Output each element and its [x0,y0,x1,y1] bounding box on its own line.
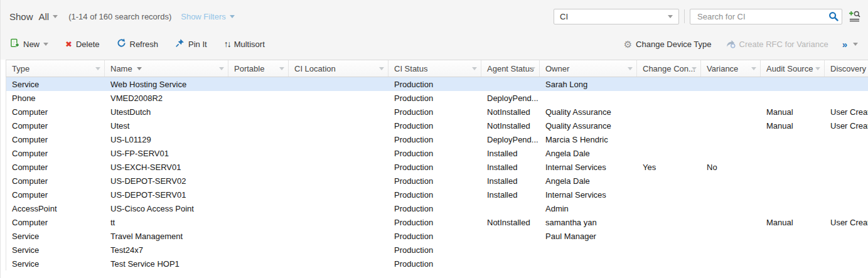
table-row[interactable]: AccessPointUS-Cisco Access PointProducti… [6,201,868,215]
column-header-variance[interactable]: Variance [701,60,761,77]
record-count: (1-14 of 160 search records) [68,12,171,21]
column-header-discovery[interactable]: Discovery [825,60,868,77]
table-row[interactable]: ServiceTest Service HOP1Production [6,257,868,270]
table-cell: Manual [761,105,825,119]
table-cell [289,160,388,174]
grid-body: ServiceWeb Hosting ServiceProductionSara… [6,77,868,270]
table-row[interactable]: ServiceTravel ManagementProductionPaul M… [6,229,868,243]
column-header-change-con[interactable]: Change Con... [637,60,701,77]
table-cell [701,91,761,105]
column-header-owner[interactable]: Owner [540,60,637,77]
table-cell: NotInstalled [481,105,540,119]
table-cell [481,229,540,243]
table-row[interactable]: ComputerUS-FP-SERV01ProductionInstalledA… [6,146,868,160]
new-button[interactable]: New [10,38,48,50]
chevron-down-icon[interactable] [853,43,858,46]
multisort-button[interactable]: ↑↓ Multisort [224,40,265,49]
table-cell [637,77,701,91]
table-cell: NotInstalled [481,215,540,229]
top-section: Show All (1-14 of 160 search records) Sh… [1,0,868,60]
table-row[interactable]: PhoneVMED2008R2ProductionDeployPend... [6,91,868,105]
refresh-button[interactable]: Refresh [117,38,159,50]
table-row[interactable]: ComputerUS-DEPOT-SERV01ProductionInstall… [6,188,868,201]
table-cell: DeployPend... [481,91,540,105]
toolbar: New ✖ Delete Refresh [1,33,868,55]
table-cell: Installed [481,160,540,174]
search-icon[interactable] [828,11,839,21]
table-cell: Production [388,229,481,243]
column-header-type[interactable]: Type [6,60,105,77]
table-cell: US-Cisco Access Point [105,201,228,215]
filter-icon[interactable] [692,67,697,70]
column-label: CI Location [294,64,336,73]
table-cell: Service [6,257,105,270]
filter-icon[interactable] [628,67,633,70]
entity-type-select[interactable]: CI [554,9,679,24]
table-cell [540,243,637,257]
column-header-portable[interactable]: Portable [228,60,289,77]
table-cell [701,229,761,243]
table-cell [701,201,761,215]
column-header-audit-source[interactable]: Audit Source [761,60,825,77]
table-cell [481,201,540,215]
table-cell: User Creat... [825,215,868,229]
table-cell [825,146,868,160]
table-cell [701,132,761,146]
table-row[interactable]: ServiceTest24x7Production [6,243,868,257]
filter-icon[interactable] [279,67,284,70]
table-cell [761,188,825,201]
table-row[interactable]: ComputerUS-L01129ProductionDeployPend...… [6,132,868,146]
pin-it-button[interactable]: Pin It [175,38,207,50]
column-label: Discovery [830,64,866,73]
column-header-ci-status[interactable]: CI Status [388,60,481,77]
show-filters-link[interactable]: Show Filters [181,12,235,21]
table-cell [637,174,701,188]
create-rfc-button[interactable]: Create RFC for Variance [726,38,828,50]
table-cell [289,174,388,188]
table-cell [825,188,868,201]
table-cell: Internal Services [540,160,637,174]
table-cell [825,229,868,243]
table-cell [701,215,761,229]
delete-button[interactable]: ✖ Delete [65,40,99,49]
new-label: New [23,40,40,49]
table-cell [637,257,701,270]
table-cell: Computer [6,132,105,146]
table-row[interactable]: ComputerUS-DEPOT-SERV02ProductionInstall… [6,174,868,188]
table-cell [289,119,388,132]
toolbar-overflow-button[interactable]: » [842,40,847,49]
table-cell: Computer [6,160,105,174]
table-cell [701,146,761,160]
show-label: Show [9,11,33,22]
table-row[interactable]: ComputerUS-EXCH-SERV01ProductionInstalle… [6,160,868,174]
show-all-dropdown[interactable]: All [39,11,58,22]
filter-icon[interactable] [472,67,477,70]
filter-icon[interactable] [95,67,100,70]
column-header-ci-location[interactable]: CI Location [289,60,388,77]
filter-icon[interactable] [751,67,756,70]
filter-icon[interactable] [219,67,224,70]
filter-icon[interactable] [530,67,535,70]
rfc-arrow-plus-icon [726,38,736,50]
column-header-name[interactable]: Name [105,60,228,77]
table-row[interactable]: ComputerttProductionNotInstalledsamantha… [6,215,868,229]
table-cell [761,132,825,146]
filter-icon[interactable] [379,67,384,70]
table-cell: Production [388,77,481,91]
table-cell [289,201,388,215]
search-input[interactable] [696,11,826,22]
table-cell [228,146,289,160]
column-header-agent-status[interactable]: Agent Status [481,60,540,77]
table-cell: Phone [6,91,105,105]
table-row[interactable]: ComputerUtestDutchProductionNotInstalled… [6,105,868,119]
table-cell: Installed [481,188,540,201]
change-device-type-button[interactable]: ⚙ Change Device Type [624,40,712,49]
table-cell: User Creat... [825,105,868,119]
add-saved-search-icon[interactable] [849,11,860,22]
filter-icon[interactable] [815,67,820,70]
table-row[interactable]: ComputerUtestProductionNotInstalledQuali… [6,119,868,132]
table-cell: US-FP-SERV01 [105,146,228,160]
table-cell [701,105,761,119]
ci-list-screen: Show All (1-14 of 160 search records) Sh… [0,0,868,278]
table-row[interactable]: ServiceWeb Hosting ServiceProductionSara… [6,77,868,91]
